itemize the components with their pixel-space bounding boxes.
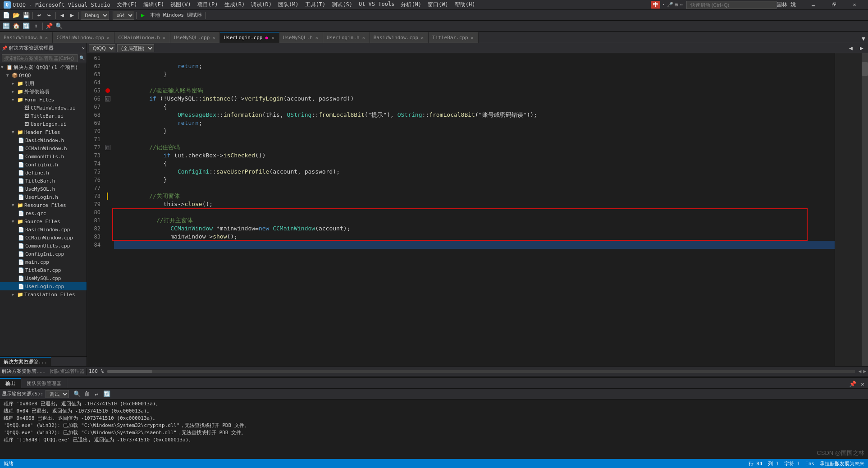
tab-titlebar-cpp[interactable]: TitleBar.cpp ✕ — [429, 32, 479, 43]
sidebar-pin-icon[interactable]: 📌 — [2, 46, 7, 50]
output-clear-btn[interactable]: 🗑 — [82, 390, 91, 399]
tab-ccmainwindow-h[interactable]: CCMainWindow.h ✕ — [114, 32, 170, 43]
code-lines[interactable]: return; } //验证输入账号密码 if (!UseMySQL::inst… — [112, 53, 835, 366]
editor-scroll-right[interactable]: ▶ — [857, 44, 866, 53]
tree-item-configini-h[interactable]: 📄 ConfigIni.h — [0, 161, 87, 169]
menu-qtvs[interactable]: Qt VS Tools — [356, 0, 397, 9]
tab-userlogin-h[interactable]: UserLogin.h ✕ — [323, 32, 370, 43]
platform-dropdown[interactable]: x64 — [113, 11, 134, 20]
menu-edit[interactable]: 编辑(E) — [141, 0, 167, 9]
tree-item-refs[interactable]: ▶ 📁 引用 — [0, 79, 87, 87]
tabs-overflow-btn[interactable]: ▼ — [859, 34, 868, 43]
tree-item-titlebar-cpp[interactable]: 📄 TitleBar.cpp — [0, 266, 87, 274]
collapse-66[interactable]: □ — [105, 96, 110, 101]
tree-item-titlebar-h[interactable]: 📄 TitleBar.h — [0, 177, 87, 185]
scrollbar-thumb[interactable] — [862, 62, 868, 76]
menu-project[interactable]: 项目(P) — [195, 0, 221, 9]
tree-item-external[interactable]: ▶ 📁 外部依赖项 — [0, 87, 87, 96]
tree-item-source-files[interactable]: ▼ 📁 Source Files — [0, 217, 87, 225]
tab-close-usemysql-h[interactable]: ✕ — [315, 35, 319, 40]
forward-btn[interactable]: ▶ — [68, 11, 77, 20]
tree-item-commonutils-cpp[interactable]: 📄 CommonUtils.cpp — [0, 242, 87, 250]
redo-btn[interactable]: ↪ — [45, 11, 54, 20]
output-source-select[interactable]: 调试 — [46, 390, 69, 398]
sol-explorer-tab-label[interactable]: 解决方案资源管... — [2, 368, 46, 375]
sol-btn-1[interactable]: 🔙 — [2, 22, 11, 31]
output-find-btn[interactable]: 🔍 — [73, 390, 82, 399]
ime-extra2[interactable]: ⋯ — [680, 2, 683, 8]
horizontal-scrollbar-thumb[interactable] — [107, 370, 152, 373]
tree-item-commonutils-h[interactable]: 📄 CommonUtils.h — [0, 152, 87, 161]
tree-item-userlogin-ui[interactable]: 🖼 UserLogin.ui — [0, 120, 87, 128]
menu-build[interactable]: 生成(B) — [222, 0, 248, 9]
menu-view[interactable]: 视图(V) — [168, 0, 194, 9]
open-btn[interactable]: 📂 — [12, 11, 21, 20]
menu-analyze[interactable]: 分析(N) — [398, 0, 424, 9]
tree-item-userlogin-h[interactable]: 📄 UserLogin.h — [0, 193, 87, 201]
quick-search-input[interactable] — [686, 1, 777, 9]
sidebar-search-input[interactable] — [2, 54, 78, 62]
menu-file[interactable]: 文件(F) — [114, 0, 140, 9]
tree-item-configini-cpp[interactable]: 📄 ConfigIni.cpp — [0, 250, 87, 258]
tab-basicwindow-cpp[interactable]: BasicWindow.cpp ✕ — [370, 32, 429, 43]
tab-close-usemysql-cpp[interactable]: ✕ — [211, 35, 216, 40]
tree-item-usemysql-h[interactable]: 📄 UseMySQL.h — [0, 185, 87, 193]
tree-item-usemysql-cpp[interactable]: 📄 UseMySQL.cpp — [0, 274, 87, 282]
tree-item-userlogin-cpp[interactable]: 📄 UserLogin.cpp — [0, 282, 87, 290]
editor-scroll-left[interactable]: ◀ — [846, 44, 855, 53]
menu-help[interactable]: 帮助(H) — [452, 0, 478, 9]
tree-item-form-files[interactable]: ▼ 📁 Form Files — [0, 96, 87, 104]
debug-config-dropdown[interactable]: Debug — [81, 11, 109, 20]
menu-team[interactable]: 团队(M) — [275, 0, 302, 9]
tab-userlogin-cpp[interactable]: UserLogin.cpp ● ✕ — [220, 32, 279, 43]
code-editor[interactable]: 61 62 63 64 65 66 67 68 69 70 71 72 73 7… — [87, 53, 868, 366]
tab-usemysql-h[interactable]: UseMySQL.h ✕ — [279, 32, 323, 43]
tree-item-solution[interactable]: ▼ 📋 解决方案'QtQQ'(1 个项目) — [0, 63, 87, 71]
output-tab-output[interactable]: 输出 — [0, 378, 21, 388]
tree-item-basicwindow-cpp[interactable]: 📄 BasicWindow.cpp — [0, 225, 87, 234]
tree-item-resource-files[interactable]: ▼ 📁 Resource Files — [0, 201, 87, 209]
sol-btn-2[interactable]: 🏠 — [12, 22, 21, 31]
file-selector[interactable]: QtQQ — [89, 44, 115, 52]
run-btn[interactable]: ▶ — [138, 11, 147, 20]
collapse-72[interactable]: □ — [105, 145, 110, 150]
tab-basicwindow-h[interactable]: BasicWindow.h ✕ — [0, 32, 53, 43]
sidebar-tab-solution[interactable]: 解决方案资源管... — [0, 357, 51, 366]
new-file-btn[interactable]: 📄 — [2, 11, 11, 20]
ime-mic-icon[interactable]: 🎤 — [667, 2, 673, 8]
tab-ccmainwindow-cpp[interactable]: CCMainWindow.cpp ✕ — [53, 32, 114, 43]
tree-item-header-files[interactable]: ▼ 📁 Header Files — [0, 128, 87, 136]
tree-item-titlebar-ui[interactable]: 🖼 TitleBar.ui — [0, 112, 87, 120]
tree-item-ccmainwindow-cpp[interactable]: 📄 CCMainWindow.cpp — [0, 234, 87, 242]
tab-close-basicwindow-h[interactable]: ✕ — [44, 35, 49, 40]
restore-button[interactable]: 🗗 — [824, 0, 844, 10]
tab-close-titlebar-cpp[interactable]: ✕ — [470, 35, 475, 40]
scroll-left-btn[interactable]: ◀ — [859, 368, 862, 374]
scope-selector[interactable]: (全局范围) — [117, 44, 154, 52]
breakpoint-65[interactable] — [105, 88, 110, 93]
tab-close-basicwindow-cpp[interactable]: ✕ — [420, 35, 425, 40]
menu-tools[interactable]: 工具(T) — [302, 0, 329, 9]
back-btn[interactable]: ◀ — [58, 11, 67, 20]
close-button[interactable]: ✕ — [845, 0, 864, 10]
tree-item-main-cpp[interactable]: 📄 main.cpp — [0, 258, 87, 266]
tree-item-translation-files[interactable]: ▶ 📁 Translation Files — [0, 290, 87, 298]
output-tab-team[interactable]: 团队资源管理器 — [21, 378, 67, 388]
horizontal-scrollbar-track[interactable] — [107, 370, 855, 373]
menu-window[interactable]: 窗口(W) — [425, 0, 451, 9]
ime-extra1[interactable]: ⊞ — [675, 2, 678, 8]
minimize-button[interactable]: 🗕 — [803, 0, 823, 10]
output-sync-btn[interactable]: 🔃 — [102, 390, 111, 399]
tab-close-ccmainwindow-cpp[interactable]: ✕ — [106, 35, 110, 40]
sidebar-search-icon[interactable]: 🔍 — [79, 55, 85, 60]
tab-usemysql-cpp[interactable]: UseMySQL.cpp ✕ — [170, 32, 220, 43]
vertical-scrollbar[interactable] — [862, 53, 868, 366]
output-wrap-btn[interactable]: ↵ — [92, 390, 101, 399]
sol-btn-3[interactable]: 🔃 — [22, 22, 31, 31]
tab-close-userlogin-cpp[interactable]: ✕ — [271, 35, 275, 40]
undo-btn[interactable]: ↩ — [35, 11, 44, 20]
output-close-btn[interactable]: ✕ — [858, 379, 867, 388]
tree-item-ccmainwindow-ui[interactable]: 🖼 CCMainWindow.ui — [0, 104, 87, 112]
team-resource-tab-label[interactable]: 团队资源管理器 — [50, 368, 85, 375]
menu-test[interactable]: 测试(S) — [329, 0, 355, 9]
